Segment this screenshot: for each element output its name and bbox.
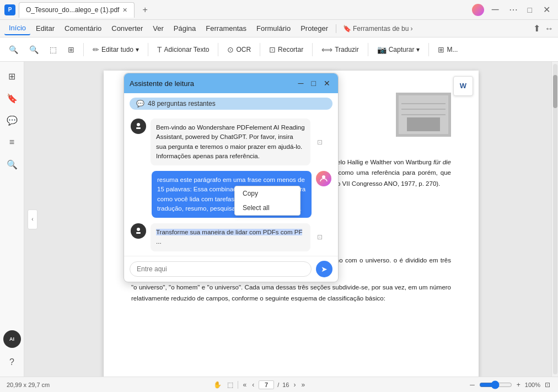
counter-text: 48 perguntas restantes bbox=[148, 100, 216, 108]
zoom-slider[interactable] bbox=[479, 380, 512, 389]
bot-message-1-text: Bem-vindo ao Wondershare PDFelement AI R… bbox=[156, 124, 305, 159]
send-button[interactable]: ➤ bbox=[316, 261, 332, 277]
chevron-right-icon: › bbox=[410, 25, 412, 33]
menu-converter[interactable]: Converter bbox=[107, 22, 147, 35]
select-button[interactable]: ⬚ bbox=[45, 43, 61, 56]
menu-proteger[interactable]: Proteger bbox=[296, 22, 332, 35]
more-tools-button[interactable]: ⊞ M... bbox=[433, 43, 462, 56]
toolbar-divider-3 bbox=[218, 43, 218, 56]
assistant-maximize-button[interactable]: □ bbox=[309, 78, 318, 89]
fit-page-button[interactable]: ⊡ bbox=[544, 380, 551, 390]
zoom-out-button[interactable]: 🔍 bbox=[4, 43, 23, 56]
first-page-button[interactable]: « bbox=[242, 380, 248, 390]
menu-bar: Início Editar Comentário Converter Ver P… bbox=[0, 20, 558, 37]
pdf-tab[interactable]: O_Tesouro_do...alego_e (1).pdf ✕ bbox=[19, 2, 135, 18]
share-icon[interactable]: ⬆ bbox=[533, 23, 540, 34]
word-icon: W bbox=[460, 80, 466, 92]
page-number-input[interactable] bbox=[259, 380, 274, 389]
title-bar: P O_Tesouro_do...alego_e (1).pdf ✕ + ─ ⋯… bbox=[0, 0, 558, 20]
zoom-out-status-button[interactable]: ─ bbox=[469, 380, 476, 390]
crop-view-button[interactable]: ⊞ bbox=[63, 43, 79, 56]
bookmark-icon: 🔖 bbox=[343, 25, 351, 33]
scroll-track[interactable] bbox=[553, 64, 557, 374]
sidebar-help-icon[interactable]: ? bbox=[2, 352, 22, 372]
sidebar-comment-icon[interactable]: 💬 bbox=[2, 110, 22, 130]
assistant-counter: 💬 48 perguntas restantes bbox=[130, 98, 332, 110]
new-tab-button[interactable]: + bbox=[138, 3, 152, 17]
menu-formulario[interactable]: Formulário bbox=[252, 22, 295, 35]
app-icon: P bbox=[4, 4, 15, 15]
copy-icon-2[interactable]: ⊡ bbox=[317, 232, 323, 242]
menu-editar[interactable]: Editar bbox=[31, 22, 59, 35]
collapse-panel-button[interactable]: ‹ bbox=[28, 210, 37, 229]
close-button[interactable]: ✕ bbox=[540, 4, 554, 15]
more-options-icon[interactable]: ⋯ bbox=[507, 4, 520, 15]
ocr-icon: ⊙ bbox=[227, 45, 234, 54]
context-select-all[interactable]: Select all bbox=[235, 201, 300, 215]
assistant-input-field[interactable] bbox=[130, 261, 312, 277]
user-avatar bbox=[316, 171, 331, 186]
sidebar-bookmark-icon[interactable]: 🔖 bbox=[2, 88, 22, 108]
bot-message-2-row: Transforme sua maneira de lidar com PDFs… bbox=[131, 223, 331, 251]
select-tool-button[interactable]: ⬚ bbox=[226, 380, 234, 390]
pdf-para3: "o universo", "o homem" e "o universo". … bbox=[131, 282, 451, 304]
page-total: 16 bbox=[282, 382, 289, 388]
word-export-button[interactable]: W bbox=[453, 76, 473, 96]
expand-icon[interactable]: ↔ bbox=[545, 24, 554, 34]
page-separator: / bbox=[277, 382, 279, 388]
crop-button[interactable]: ⊡ Recortar bbox=[265, 43, 308, 56]
right-scrollbar[interactable] bbox=[551, 62, 558, 377]
bookmarks-button[interactable]: 🔖 Ferramentas de bu › bbox=[340, 24, 416, 34]
ai-chat-button[interactable]: AI bbox=[3, 330, 21, 348]
menu-comentario[interactable]: Comentário bbox=[60, 22, 106, 35]
user-message-row: resuma este parágrafo em uma frase com m… bbox=[131, 171, 331, 218]
capture-button[interactable]: 📷 Capturar ▾ bbox=[373, 43, 425, 56]
prev-page-button[interactable]: ‹ bbox=[251, 380, 255, 390]
more-tools-icon: ⊞ bbox=[438, 45, 444, 54]
add-text-icon: T bbox=[157, 45, 162, 54]
ocr-button[interactable]: ⊙ OCR bbox=[223, 43, 255, 56]
tab-label: O_Tesouro_do...alego_e (1).pdf bbox=[26, 6, 119, 14]
menu-pagina[interactable]: Página bbox=[169, 22, 200, 35]
send-icon: ➤ bbox=[321, 265, 328, 273]
hand-tool-button[interactable]: ✋ bbox=[212, 380, 223, 390]
last-page-button[interactable]: » bbox=[300, 380, 306, 390]
bot-avatar bbox=[131, 119, 146, 134]
menu-ver[interactable]: Ver bbox=[148, 22, 168, 35]
bookmarks-label: Ferramentas de bu bbox=[353, 25, 409, 33]
content-area: ‹ W Sociolinguística ísticas e Ensino rc… bbox=[24, 62, 558, 377]
bot-message-2: Transforme sua maneira de lidar com PDFs… bbox=[151, 223, 310, 251]
copy-icon-1[interactable]: ⊡ bbox=[317, 137, 323, 147]
menu-inicio[interactable]: Início bbox=[4, 22, 30, 35]
maximize-button[interactable]: □ bbox=[524, 6, 535, 14]
zoom-in-status-button[interactable]: + bbox=[516, 380, 522, 390]
minimize-button[interactable]: ─ bbox=[489, 4, 502, 15]
assistant-titlebar: Assistente de leitura ─ □ ✕ bbox=[124, 73, 338, 93]
bot-avatar-2 bbox=[131, 223, 146, 239]
edit-text-button[interactable]: ✏ Editar tudo ▾ bbox=[88, 43, 143, 56]
sidebar-layers-icon[interactable]: ≡ bbox=[2, 132, 22, 152]
scroll-thumb[interactable] bbox=[553, 75, 557, 108]
tab-close-icon[interactable]: ✕ bbox=[122, 7, 127, 14]
pdf-cover-image bbox=[396, 93, 451, 137]
context-copy[interactable]: Copy bbox=[235, 186, 300, 201]
svg-rect-5 bbox=[407, 117, 440, 131]
avatar-icon[interactable] bbox=[472, 4, 484, 16]
translate-button[interactable]: ⟺ Traduzir bbox=[317, 43, 363, 56]
toolbar-divider-4 bbox=[260, 43, 260, 56]
assistant-messages: Bem-vindo ao Wondershare PDFelement AI R… bbox=[124, 114, 338, 256]
assistant-minimize-button[interactable]: ─ bbox=[296, 78, 306, 89]
sidebar-thumbnail-icon[interactable]: ⊞ bbox=[2, 66, 22, 86]
menu-ferramentas[interactable]: Ferramentas bbox=[201, 22, 251, 35]
zoom-in-button[interactable]: 🔍 bbox=[25, 43, 43, 56]
add-text-button[interactable]: T Adicionar Texto bbox=[153, 43, 213, 56]
bot-message-1: Bem-vindo ao Wondershare PDFelement AI R… bbox=[151, 119, 310, 165]
next-page-button[interactable]: › bbox=[292, 380, 297, 390]
svg-rect-7 bbox=[136, 127, 141, 129]
zoom-out-icon: 🔍 bbox=[9, 45, 18, 54]
main-layout: ⊞ 🔖 💬 ≡ 🔍 AI ? ‹ W Sociolingu bbox=[0, 62, 558, 377]
selected-text[interactable]: Transforme sua maneira de lidar com PDFs… bbox=[156, 229, 302, 235]
sidebar-search-icon[interactable]: 🔍 bbox=[2, 154, 22, 174]
capture-dropdown-icon: ▾ bbox=[416, 46, 420, 53]
assistant-close-button[interactable]: ✕ bbox=[321, 78, 332, 89]
